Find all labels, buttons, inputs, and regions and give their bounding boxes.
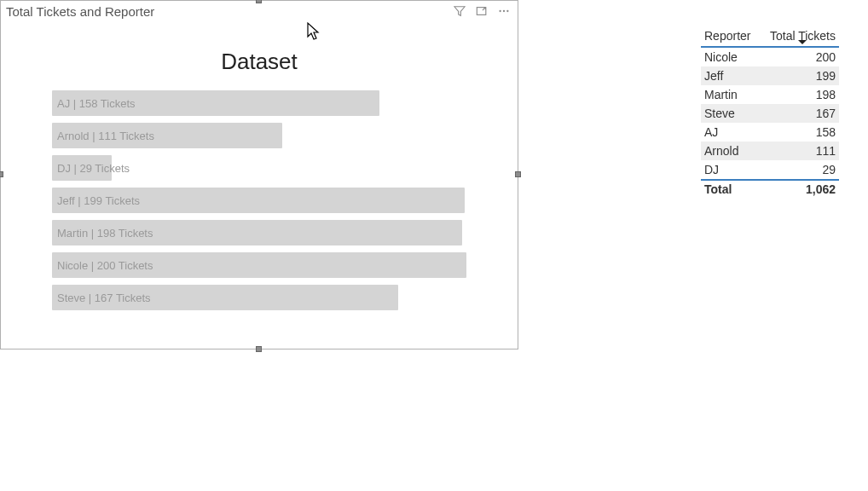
- bar-label: Nicole | 200 Tickets: [57, 252, 153, 278]
- cell-reporter: Jeff: [704, 69, 723, 83]
- bar-chart-area: AJ | 158 TicketsArnold | 111 TicketsDJ |…: [1, 90, 518, 310]
- visual-header-icons: [453, 4, 514, 18]
- bar-row[interactable]: Jeff | 199 Tickets: [52, 188, 466, 213]
- cell-reporter: DJ: [704, 163, 719, 176]
- cell-tickets: 198: [795, 88, 836, 101]
- bar-row[interactable]: Nicole | 200 Tickets: [52, 252, 466, 278]
- cell-tickets: 199: [795, 69, 836, 83]
- svg-point-1: [499, 10, 501, 12]
- data-table[interactable]: Reporter Total Tickets Nicole200Jeff199M…: [701, 26, 839, 198]
- cell-tickets: 111: [795, 144, 836, 158]
- svg-point-2: [503, 10, 505, 12]
- cell-reporter: Martin: [704, 88, 738, 101]
- cell-tickets: 29: [795, 163, 836, 176]
- table-row[interactable]: AJ158: [701, 123, 839, 142]
- cell-tickets: 158: [795, 125, 836, 139]
- visual-header: Total Tickets and Reporter: [1, 1, 518, 21]
- bar-label: Arnold | 111 Tickets: [57, 123, 154, 148]
- bar-row[interactable]: AJ | 158 Tickets: [52, 90, 466, 116]
- table-row[interactable]: DJ29: [701, 160, 839, 179]
- bar-label: Steve | 167 Tickets: [57, 285, 151, 310]
- bar-chart-visual[interactable]: Total Tickets and Reporter Dataset AJ | …: [0, 0, 518, 349]
- col-header-reporter[interactable]: Reporter: [704, 29, 750, 43]
- resize-handle-left[interactable]: [0, 171, 3, 177]
- table-row[interactable]: Arnold111: [701, 142, 839, 160]
- table-row[interactable]: Jeff199: [701, 66, 839, 85]
- cursor-icon: [306, 21, 321, 42]
- focus-mode-icon[interactable]: [475, 4, 489, 18]
- total-value: 1,062: [795, 182, 836, 196]
- bar-label: Martin | 198 Tickets: [57, 220, 153, 246]
- bar-row[interactable]: Arnold | 111 Tickets: [52, 123, 466, 148]
- sort-indicator-icon: [798, 40, 807, 44]
- cell-tickets: 200: [795, 50, 836, 64]
- chart-title: Dataset: [1, 49, 518, 75]
- table-total-row: Total 1,062: [701, 179, 839, 198]
- table-row[interactable]: Martin198: [701, 85, 839, 104]
- cell-reporter: Steve: [704, 107, 735, 120]
- filter-icon[interactable]: [453, 4, 466, 18]
- cell-reporter: Nicole: [704, 50, 738, 64]
- cell-reporter: AJ: [704, 125, 718, 139]
- cell-tickets: 167: [795, 107, 836, 120]
- bar-label: AJ | 158 Tickets: [57, 90, 136, 116]
- resize-handle-top[interactable]: [256, 0, 262, 3]
- cell-reporter: Arnold: [704, 144, 738, 158]
- visual-title: Total Tickets and Reporter: [4, 4, 154, 19]
- table-row[interactable]: Nicole200: [701, 48, 839, 66]
- bar-label: Jeff | 199 Tickets: [57, 188, 140, 213]
- bar-row[interactable]: DJ | 29 Tickets: [52, 155, 466, 181]
- svg-point-3: [506, 10, 508, 12]
- total-label: Total: [704, 182, 732, 196]
- resize-handle-bottom[interactable]: [256, 346, 262, 352]
- table-row[interactable]: Steve167: [701, 104, 839, 123]
- bar-row[interactable]: Martin | 198 Tickets: [52, 220, 466, 246]
- resize-handle-right[interactable]: [515, 171, 521, 177]
- col-header-total-tickets[interactable]: Total Tickets: [770, 29, 836, 43]
- more-options-icon[interactable]: [497, 4, 511, 18]
- bar-row[interactable]: Steve | 167 Tickets: [52, 285, 466, 310]
- table-header: Reporter Total Tickets: [701, 26, 839, 48]
- bar-label: DJ | 29 Tickets: [57, 155, 130, 181]
